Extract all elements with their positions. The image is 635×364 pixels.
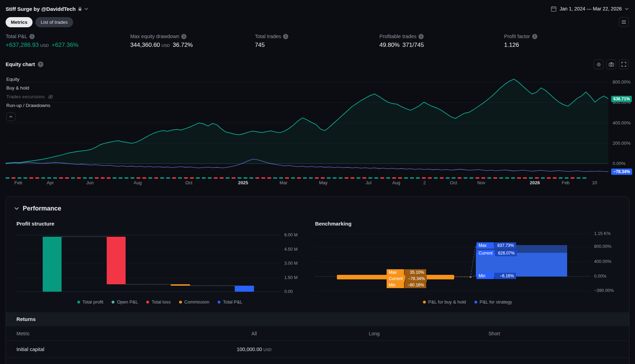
x-axis-label: 2 bbox=[423, 180, 426, 185]
trade-marker bbox=[154, 177, 158, 179]
trade-marker bbox=[309, 177, 313, 179]
legend-buy-and-hold[interactable]: Buy & hold bbox=[6, 84, 53, 92]
waterfall-connector bbox=[190, 285, 235, 286]
trade-marker bbox=[362, 177, 366, 179]
trade-marker bbox=[244, 177, 247, 179]
trade-marker bbox=[255, 177, 259, 179]
legend-equity[interactable]: Equity bbox=[6, 75, 53, 84]
calendar-icon bbox=[551, 6, 557, 12]
legend-open-p-l[interactable]: Open P&L bbox=[112, 299, 138, 305]
legend-p-l-for-buy-hold[interactable]: P&L for buy & hold bbox=[423, 299, 466, 305]
trade-marker bbox=[464, 177, 467, 179]
fullscreen-button[interactable] bbox=[619, 59, 629, 69]
profit-structure-legend: Total profitOpen P&LTotal lossCommission… bbox=[16, 299, 303, 305]
currency-suffix: USD bbox=[40, 43, 49, 48]
tab-list-of-trades[interactable]: List of trades bbox=[35, 17, 73, 27]
info-icon[interactable]: i bbox=[29, 34, 35, 39]
x-axis-label: 10 bbox=[592, 180, 597, 185]
x-axis-label: Oct bbox=[185, 180, 192, 185]
benchmarking-plot[interactable]: Max35.10%Current−78.34%Min−80.16%Max837.… bbox=[315, 233, 591, 294]
snapshot-button[interactable] bbox=[606, 59, 616, 69]
collapse-legend-button[interactable] bbox=[6, 113, 15, 121]
trade-marker bbox=[119, 177, 122, 179]
legend-runup-drawdowns[interactable]: Run-up / Drawdowns bbox=[6, 101, 53, 110]
trade-marker bbox=[559, 177, 563, 179]
strategy-title-group[interactable]: Stiff Surge by @DaviddTech bbox=[6, 6, 88, 12]
date-range-picker[interactable]: Jan 1, 2024 — Mar 22, 2026 bbox=[551, 6, 629, 12]
legend-trades-excursions[interactable]: Trades excursions bbox=[6, 92, 53, 101]
x-axis-label: Feb bbox=[562, 180, 569, 185]
strategy-tester-page: { "header": { "title": "Stiff Surge by @… bbox=[0, 0, 635, 364]
legend-p-l-for-strategy[interactable]: P&L for strategy bbox=[474, 299, 512, 305]
x-axis-label: 2026 bbox=[530, 180, 540, 185]
trade-marker bbox=[452, 177, 456, 179]
trade-marker bbox=[523, 177, 527, 179]
trade-marker bbox=[416, 177, 420, 179]
x-axis-label: Jun bbox=[86, 180, 94, 185]
layout-menu-button[interactable] bbox=[619, 17, 629, 27]
trade-marker bbox=[499, 177, 503, 179]
date-range-text: Jan 1, 2024 — Mar 22, 2026 bbox=[560, 6, 622, 12]
info-icon[interactable]: i bbox=[418, 34, 424, 39]
metric-label: Profitable trades bbox=[380, 34, 417, 39]
currency-suffix: USD bbox=[161, 43, 170, 48]
legend-total-p-l[interactable]: Total P&L bbox=[218, 299, 242, 305]
trade-marker bbox=[571, 177, 574, 179]
trade-marker bbox=[95, 177, 99, 179]
metric-value: 1.126 bbox=[504, 42, 519, 49]
buyhold-max-row: Max35.10% bbox=[387, 269, 426, 276]
x-axis-label: Feb bbox=[14, 180, 22, 185]
y-axis-label: 1.50 M bbox=[284, 275, 297, 280]
legend-commission[interactable]: Commission bbox=[179, 299, 210, 305]
equity-chart-canvas[interactable] bbox=[6, 72, 608, 176]
trade-marker bbox=[517, 177, 521, 179]
trade-marker bbox=[41, 177, 45, 179]
trade-marker bbox=[232, 177, 235, 179]
range-label: Min bbox=[387, 282, 404, 288]
chevron-down-icon bbox=[84, 8, 88, 10]
trade-marker bbox=[392, 177, 396, 179]
performance-header[interactable]: Performance bbox=[6, 197, 629, 216]
performance-title: Performance bbox=[23, 205, 61, 212]
column-header-all: All bbox=[194, 331, 314, 336]
tab-metrics[interactable]: Metrics bbox=[6, 17, 33, 27]
trade-marker bbox=[130, 177, 134, 179]
trade-marker bbox=[297, 177, 301, 179]
gridline bbox=[315, 291, 591, 291]
legend-label: Total profit bbox=[83, 299, 104, 305]
trade-marker bbox=[142, 177, 146, 179]
help-icon[interactable]: ? bbox=[38, 62, 43, 67]
trade-markers-strip bbox=[6, 177, 607, 179]
range-label: Current bbox=[477, 250, 495, 256]
trade-marker bbox=[136, 177, 140, 179]
trade-marker bbox=[125, 177, 128, 179]
y-axis-label: 400.00% bbox=[594, 259, 611, 264]
x-axis-label: May bbox=[319, 180, 328, 185]
trade-marker bbox=[202, 177, 206, 179]
trade-marker bbox=[410, 177, 414, 179]
legend-total-loss[interactable]: Total loss bbox=[146, 299, 170, 305]
metric-extra: 371/745 bbox=[402, 42, 424, 49]
equity-chart-header: Equity chart ? bbox=[0, 57, 635, 72]
performance-charts-row: Profit structure 6.00 M4.50 M3.00 M1.50 … bbox=[6, 216, 629, 307]
trade-marker bbox=[47, 177, 51, 179]
legend-total-profit[interactable]: Total profit bbox=[77, 299, 104, 305]
gridline bbox=[16, 292, 281, 292]
metric-label: Total P&L bbox=[6, 34, 27, 39]
legend-label: Equity bbox=[6, 75, 20, 84]
info-icon[interactable]: i bbox=[181, 34, 186, 39]
info-icon[interactable]: i bbox=[283, 34, 288, 39]
buyhold-current-row: Current−78.34% bbox=[387, 276, 427, 282]
gridline bbox=[16, 235, 281, 235]
row-metric: Initial capital bbox=[16, 347, 194, 352]
trade-marker bbox=[208, 177, 212, 179]
profit-structure-plot[interactable] bbox=[16, 233, 281, 294]
info-icon[interactable]: i bbox=[532, 34, 537, 39]
equity-chart-plot[interactable]: Equity Buy & hold Trades excursions Run-… bbox=[6, 72, 608, 188]
currency-suffix: USD bbox=[263, 348, 271, 352]
chart-settings-button[interactable] bbox=[594, 59, 604, 69]
equity-last-value-badge: 636.71% bbox=[611, 96, 632, 102]
equity-y-axis[interactable]: 800.00%600.00%400.00%200.00%0.00%636.71%… bbox=[608, 72, 635, 188]
strategy-title: Stiff Surge by @DaviddTech bbox=[6, 6, 76, 12]
rows-icon bbox=[621, 20, 626, 24]
